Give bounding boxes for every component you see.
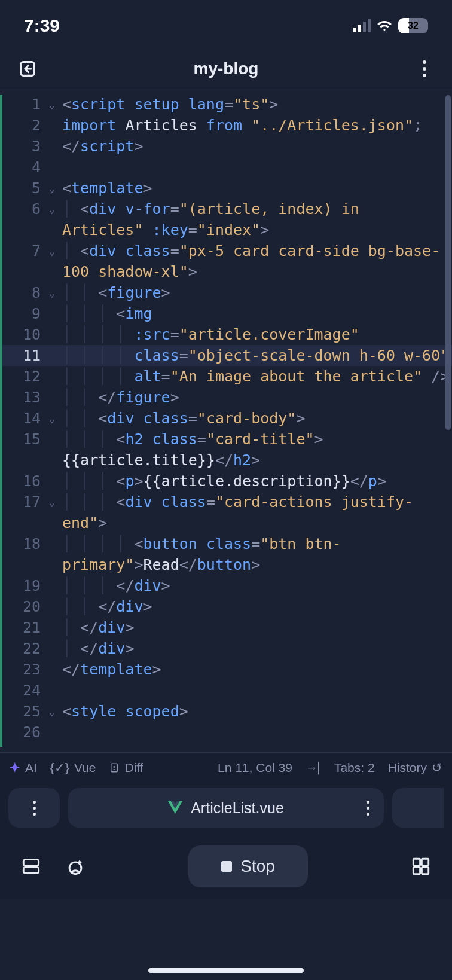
- fold-chevron-icon[interactable]: ⌄: [44, 282, 60, 303]
- code-line[interactable]: 21│ </div>: [0, 617, 452, 638]
- cursor-position[interactable]: Ln 11, Col 39: [218, 761, 292, 775]
- line-number: 16: [0, 471, 44, 491]
- line-number: 23: [0, 659, 44, 680]
- code-line[interactable]: 25⌄<style scoped>: [0, 701, 452, 722]
- fold-chevron-icon[interactable]: ⌄: [44, 491, 60, 512]
- editor-status-strip: ✦ AI {✓} Vue Diff Ln 11, Col 39 →⎸ Tabs:…: [0, 752, 452, 782]
- back-button[interactable]: [16, 57, 39, 81]
- stop-button[interactable]: Stop: [188, 845, 308, 887]
- ai-assistant-button[interactable]: [61, 852, 90, 881]
- code-line[interactable]: 5⌄<template>: [0, 178, 452, 199]
- code-line-continuation[interactable]: primary">Read</button>: [0, 554, 452, 575]
- code-line-continuation[interactable]: Articles" :key="index">: [0, 219, 452, 240]
- code-line[interactable]: 18│ │ │ │ <button class="btn btn-: [0, 533, 452, 554]
- fold-chevron-icon[interactable]: ⌄: [44, 701, 60, 722]
- code-line[interactable]: 8⌄│ │ <figure>: [0, 282, 452, 303]
- code-content: <style scoped>: [60, 701, 452, 722]
- code-line-continuation[interactable]: {{article.title}}</h2>: [0, 450, 452, 471]
- code-line-continuation[interactable]: 100 shadow-xl">: [0, 261, 452, 282]
- line-number: 4: [0, 157, 44, 178]
- code-line[interactable]: 1⌄<script setup lang="ts">: [0, 94, 452, 115]
- code-line[interactable]: 4: [0, 157, 452, 178]
- home-indicator[interactable]: [148, 968, 304, 973]
- fold-chevron-icon[interactable]: ⌄: [44, 178, 60, 199]
- fold-chevron-icon[interactable]: ⌄: [44, 408, 60, 429]
- line-number: 3: [0, 136, 44, 157]
- code-content: │ │ │ <img: [60, 303, 452, 324]
- git-change-indicator: [0, 95, 2, 747]
- code-line[interactable]: 2import Articles from "../Articles.json"…: [0, 115, 452, 136]
- code-content: primary">Read</button>: [60, 554, 452, 575]
- code-content: <script setup lang="ts">: [60, 94, 452, 115]
- code-content: <template>: [60, 178, 452, 199]
- code-line[interactable]: 9│ │ │ <img: [0, 303, 452, 324]
- code-line[interactable]: 7⌄│ <div class="px-5 card card-side bg-b…: [0, 240, 452, 261]
- dots-vertical-icon: [367, 801, 369, 816]
- line-number: 20: [0, 596, 44, 617]
- code-content: │ <div v-for="(article, index) in: [60, 199, 452, 219]
- code-line[interactable]: 23</template>: [0, 659, 452, 680]
- indent-mode[interactable]: →⎸ Tabs: 2: [306, 761, 375, 775]
- panels-button[interactable]: [17, 852, 45, 881]
- code-line[interactable]: 22│ </div>: [0, 638, 452, 659]
- grid-icon: [411, 856, 431, 877]
- scrollbar-thumb[interactable]: [445, 95, 451, 430]
- clock: 7:39: [24, 16, 60, 36]
- code-line[interactable]: 24: [0, 680, 452, 701]
- code-line[interactable]: 15│ │ │ <h2 class="card-title">: [0, 429, 452, 450]
- globe-sparkle-icon: [65, 856, 85, 877]
- tab-options-button[interactable]: [367, 801, 369, 816]
- code-line[interactable]: 13│ │ </figure>: [0, 387, 452, 408]
- apps-grid-button[interactable]: [407, 852, 435, 881]
- code-content: │ │ │ │ <button class="btn btn-: [60, 533, 452, 554]
- language-mode[interactable]: {✓} Vue: [50, 761, 96, 775]
- code-line[interactable]: 16│ │ │ <p>{{article.description}}</p>: [0, 471, 452, 491]
- line-number: 10: [0, 324, 44, 345]
- line-number: 22: [0, 638, 44, 659]
- fold-chevron-icon[interactable]: ⌄: [44, 240, 60, 261]
- bottom-toolbar: Stop: [0, 834, 452, 899]
- line-number: 9: [0, 303, 44, 324]
- code-content: │ │ </div>: [60, 596, 452, 617]
- line-number: 25: [0, 701, 44, 722]
- next-tab-peek[interactable]: [392, 788, 444, 828]
- app-header: my-blog: [0, 48, 452, 90]
- code-line[interactable]: 10│ │ │ │ :src="article.coverImage": [0, 324, 452, 345]
- diff-indicator[interactable]: Diff: [109, 761, 143, 775]
- device-status-bar: 7:39 32: [0, 0, 452, 48]
- line-number: 24: [0, 680, 44, 701]
- svg-rect-5: [413, 859, 420, 865]
- ai-sparkle-icon: ✦: [10, 761, 20, 775]
- line-number: 14: [0, 408, 44, 429]
- stop-label: Stop: [240, 857, 275, 876]
- line-number: 8: [0, 282, 44, 303]
- fold-chevron-icon[interactable]: ⌄: [44, 94, 60, 115]
- code-line[interactable]: 26: [0, 722, 452, 743]
- code-line[interactable]: 6⌄│ <div v-for="(article, index) in: [0, 199, 452, 219]
- code-editor[interactable]: 1⌄<script setup lang="ts">2import Articl…: [0, 90, 452, 752]
- code-line[interactable]: 12│ │ │ │ alt="An image about the articl…: [0, 366, 452, 387]
- line-number: 17: [0, 491, 44, 512]
- code-content: {{article.title}}</h2>: [60, 450, 452, 471]
- code-line[interactable]: 17⌄│ │ │ <div class="card-actions justif…: [0, 491, 452, 512]
- file-name: ArticleList.vue: [191, 799, 284, 817]
- code-content: end">: [60, 512, 452, 533]
- code-content: │ │ <figure>: [60, 282, 452, 303]
- code-line[interactable]: 14⌄│ │ <div class="card-body">: [0, 408, 452, 429]
- code-line[interactable]: 11│ │ │ │ class="object-scale-down h-60 …: [0, 345, 452, 366]
- ai-indicator[interactable]: ✦ AI: [10, 761, 37, 775]
- svg-rect-7: [413, 867, 420, 874]
- code-line[interactable]: 19│ │ │ </div>: [0, 575, 452, 596]
- code-line[interactable]: 3</script>: [0, 136, 452, 157]
- history-button[interactable]: History ↺: [388, 761, 442, 775]
- code-line-continuation[interactable]: end">: [0, 512, 452, 533]
- active-file-tab[interactable]: ArticleList.vue: [68, 788, 384, 828]
- more-menu-button[interactable]: [413, 57, 436, 81]
- line-number: 21: [0, 617, 44, 638]
- code-line[interactable]: 20│ │ </div>: [0, 596, 452, 617]
- tab-arrow-icon: →⎸: [306, 761, 329, 775]
- fold-chevron-icon[interactable]: ⌄: [44, 199, 60, 219]
- tab-list-menu-button[interactable]: [8, 788, 60, 828]
- line-number: 1: [0, 94, 44, 115]
- code-content: 100 shadow-xl">: [60, 261, 452, 282]
